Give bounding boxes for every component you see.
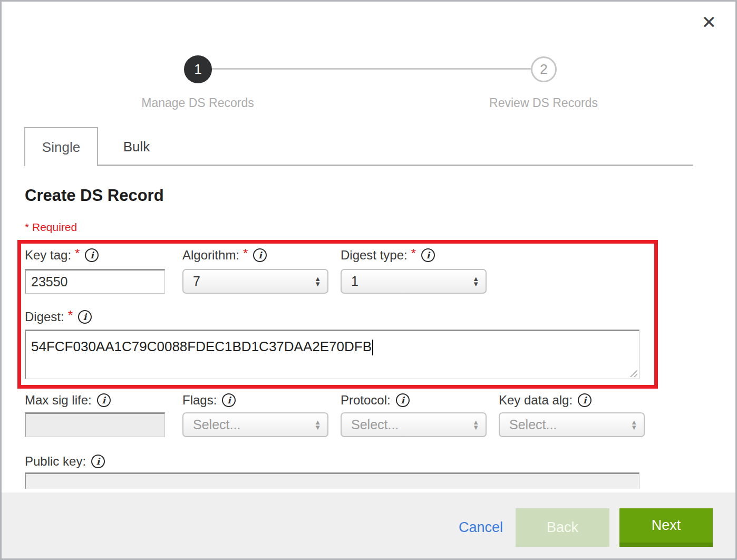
spinner-arrows-icon: ▲ ▼ xyxy=(472,420,479,430)
flags-label: Flags: i xyxy=(182,392,236,408)
resize-grip-icon[interactable] xyxy=(628,368,637,377)
key-tag-label: Key tag: * i xyxy=(25,247,99,263)
spinner-arrows-icon: ▲ ▼ xyxy=(472,276,479,287)
info-icon[interactable]: i xyxy=(253,248,267,262)
required-asterisk: * xyxy=(243,246,248,261)
cancel-button[interactable]: Cancel xyxy=(459,508,503,547)
arrow-down-icon: ▼ xyxy=(472,425,479,430)
required-asterisk: * xyxy=(75,246,80,261)
step-connector-line xyxy=(212,68,531,70)
digest-type-label: Digest type: * i xyxy=(341,247,435,263)
next-button[interactable]: Next xyxy=(619,508,713,547)
step-1-label: Manage DS Records xyxy=(113,96,282,110)
max-sig-life-input[interactable] xyxy=(25,412,165,437)
algorithm-select[interactable]: 7 ▲ ▼ xyxy=(182,269,328,294)
tab-divider-line xyxy=(98,165,693,166)
required-asterisk: * xyxy=(68,308,73,323)
arrow-down-icon: ▼ xyxy=(631,425,637,430)
arrow-down-icon: ▼ xyxy=(314,425,321,430)
key-data-alg-label: Key data alg: i xyxy=(499,392,591,408)
info-icon[interactable]: i xyxy=(421,248,435,262)
step-1-indicator: 1 xyxy=(184,55,212,83)
protocol-select[interactable]: Select... ▲ ▼ xyxy=(341,412,487,437)
key-data-alg-select[interactable]: Select... ▲ ▼ xyxy=(499,412,645,437)
step-2-label: Review DS Records xyxy=(459,96,628,110)
info-icon[interactable]: i xyxy=(78,310,92,324)
info-icon[interactable]: i xyxy=(222,393,236,407)
digest-textarea[interactable]: 54FCF030AA1C79C0088FDEC1BD1C37DAA2E70DFB xyxy=(25,330,639,379)
algorithm-label: Algorithm: * i xyxy=(182,247,267,263)
flags-select[interactable]: Select... ▲ ▼ xyxy=(182,412,328,437)
step-2-indicator: 2 xyxy=(531,56,557,82)
info-icon[interactable]: i xyxy=(578,393,591,407)
page-title: Create DS Record xyxy=(25,186,164,205)
required-note: * Required xyxy=(25,221,77,234)
digest-value: 54FCF030AA1C79C0088FDEC1BD1C37DAA2E70DFB xyxy=(31,339,372,354)
public-key-label: Public key: i xyxy=(25,453,105,469)
digest-type-select[interactable]: 1 ▲ ▼ xyxy=(341,269,487,294)
arrow-down-icon: ▼ xyxy=(314,282,321,287)
required-asterisk: * xyxy=(411,246,416,261)
arrow-down-icon: ▼ xyxy=(472,282,479,287)
spinner-arrows-icon: ▲ ▼ xyxy=(631,420,637,430)
footer-bar: Cancel Back Next xyxy=(2,493,735,558)
key-tag-input[interactable] xyxy=(25,269,165,294)
text-cursor xyxy=(372,340,373,355)
digest-label: Digest: * i xyxy=(25,309,92,325)
info-icon[interactable]: i xyxy=(396,393,410,407)
back-button[interactable]: Back xyxy=(516,508,609,547)
close-icon: ✕ xyxy=(702,12,717,33)
tab-single[interactable]: Single xyxy=(24,127,98,166)
info-icon[interactable]: i xyxy=(97,393,111,407)
spinner-arrows-icon: ▲ ▼ xyxy=(314,276,321,287)
info-icon[interactable]: i xyxy=(91,455,105,468)
info-icon[interactable]: i xyxy=(85,248,99,262)
tab-bulk[interactable]: Bulk xyxy=(98,127,175,166)
protocol-label: Protocol: i xyxy=(341,392,410,408)
create-ds-record-modal: { "modal": { "close_icon": "✕" }, "icons… xyxy=(0,0,737,560)
close-button[interactable]: ✕ xyxy=(702,13,717,31)
max-sig-life-label: Max sig life: i xyxy=(25,392,111,408)
public-key-textarea[interactable] xyxy=(25,472,639,489)
spinner-arrows-icon: ▲ ▼ xyxy=(314,420,321,430)
